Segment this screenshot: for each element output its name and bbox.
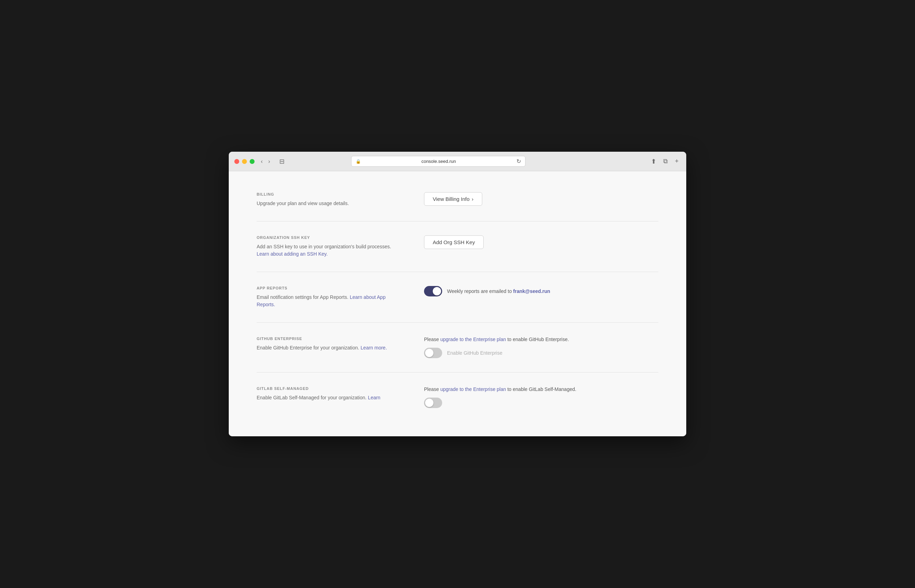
ssh-key-section-desc: Add an SSH key to use in your organizati… — [257, 243, 396, 258]
gitlab-self-managed-toggle[interactable] — [424, 397, 442, 408]
browser-actions: ⬆ ⧉ + — [649, 157, 681, 166]
toggle-thumb-off — [425, 349, 433, 357]
reload-button[interactable]: ↻ — [516, 158, 521, 165]
billing-section-desc: Upgrade your plan and view usage details… — [257, 200, 396, 207]
ssh-key-section-right: Add Org SSH Key — [396, 236, 658, 249]
gitlab-self-managed-section-right: Please upgrade to the Enterprise plan to… — [396, 386, 658, 408]
github-enterprise-right-col: Please upgrade to the Enterprise plan to… — [424, 336, 569, 358]
toggle-track — [424, 286, 442, 296]
sidebar-toggle-button[interactable]: ⊟ — [276, 157, 287, 166]
maximize-button[interactable] — [250, 159, 255, 164]
gitlab-self-managed-section-left: GITLAB SELF-MANAGED Enable GitLab Self-M… — [257, 386, 396, 401]
github-enterprise-upgrade-link[interactable]: upgrade to the Enterprise plan — [441, 336, 506, 342]
app-reports-email: frank@seed.run — [513, 288, 550, 294]
github-enterprise-upgrade-text: Please upgrade to the Enterprise plan to… — [424, 336, 569, 342]
traffic-lights — [234, 159, 255, 164]
github-enterprise-learn-link[interactable]: Learn more. — [361, 345, 387, 351]
gitlab-self-managed-section-desc: Enable GitLab Self-Managed for your orga… — [257, 394, 396, 401]
share-button[interactable]: ⬆ — [649, 157, 658, 166]
toggle-thumb — [433, 287, 441, 296]
ssh-key-section-title: ORGANIZATION SSH KEY — [257, 236, 396, 240]
lock-icon: 🔒 — [356, 159, 361, 164]
gitlab-self-managed-section: GITLAB SELF-MANAGED Enable GitLab Self-M… — [257, 373, 658, 415]
github-enterprise-section-desc: Enable GitHub Enterprise for your organi… — [257, 344, 396, 352]
back-button[interactable]: ‹ — [259, 158, 265, 165]
github-enterprise-section-right: Please upgrade to the Enterprise plan to… — [396, 336, 658, 358]
app-reports-toggle-label: Weekly reports are emailed to frank@seed… — [447, 288, 550, 294]
ssh-key-section: ORGANIZATION SSH KEY Add an SSH key to u… — [257, 221, 658, 272]
app-reports-section-title: APP REPORTS — [257, 286, 396, 290]
github-enterprise-section-title: GITHUB ENTERPRISE — [257, 336, 396, 341]
add-org-ssh-key-label: Add Org SSH Key — [433, 239, 475, 245]
github-enterprise-toggle[interactable] — [424, 348, 442, 358]
add-org-ssh-key-button[interactable]: Add Org SSH Key — [424, 236, 484, 249]
app-reports-toggle[interactable] — [424, 286, 442, 296]
app-reports-toggle-container: Weekly reports are emailed to frank@seed… — [424, 286, 550, 296]
toggle-track-off — [424, 348, 442, 358]
new-tab-button[interactable]: ⧉ — [661, 157, 670, 166]
gitlab-self-managed-learn-link[interactable]: Learn — [368, 395, 381, 401]
app-reports-section-right: Weekly reports are emailed to frank@seed… — [396, 286, 658, 296]
billing-section-title: BILLING — [257, 192, 396, 196]
gitlab-toggle-thumb-off — [425, 399, 433, 407]
browser-toolbar: ‹ › ⊟ 🔒 console.seed.run ↻ ⬆ ⧉ + — [229, 152, 686, 171]
gitlab-self-managed-right-col: Please upgrade to the Enterprise plan to… — [424, 386, 576, 408]
ssh-key-section-left: ORGANIZATION SSH KEY Add an SSH key to u… — [257, 236, 396, 258]
address-bar: 🔒 console.seed.run ↻ — [351, 156, 526, 167]
gitlab-self-managed-upgrade-link[interactable]: upgrade to the Enterprise plan — [441, 386, 506, 392]
page-content: BILLING Upgrade your plan and view usage… — [229, 171, 686, 436]
app-reports-section-left: APP REPORTS Email notification settings … — [257, 286, 396, 308]
add-button[interactable]: + — [673, 157, 681, 166]
ssh-key-learn-more-link[interactable]: Learn about adding an SSH Key. — [257, 251, 328, 257]
billing-section-left: BILLING Upgrade your plan and view usage… — [257, 192, 396, 207]
github-enterprise-toggle-container: Enable GitHub Enterprise — [424, 348, 502, 358]
close-button[interactable] — [234, 159, 239, 164]
forward-button[interactable]: › — [266, 158, 272, 165]
url-display[interactable]: console.seed.run — [364, 159, 514, 164]
github-enterprise-section: GITHUB ENTERPRISE Enable GitHub Enterpri… — [257, 323, 658, 373]
chevron-right-icon: › — [472, 196, 474, 202]
github-enterprise-toggle-label: Enable GitHub Enterprise — [447, 350, 502, 356]
app-reports-section-desc: Email notification settings for App Repo… — [257, 294, 396, 308]
github-enterprise-section-left: GITHUB ENTERPRISE Enable GitHub Enterpri… — [257, 336, 396, 352]
app-reports-section: APP REPORTS Email notification settings … — [257, 272, 658, 323]
minimize-button[interactable] — [242, 159, 247, 164]
gitlab-self-managed-toggle-container — [424, 397, 442, 408]
gitlab-self-managed-upgrade-text: Please upgrade to the Enterprise plan to… — [424, 386, 576, 392]
browser-window: ‹ › ⊟ 🔒 console.seed.run ↻ ⬆ ⧉ + BILLING… — [229, 152, 686, 436]
gitlab-toggle-track-off — [424, 397, 442, 408]
billing-section-right: View Billing Info › — [396, 192, 658, 206]
view-billing-info-label: View Billing Info — [433, 196, 470, 202]
gitlab-self-managed-section-title: GITLAB SELF-MANAGED — [257, 386, 396, 391]
billing-section: BILLING Upgrade your plan and view usage… — [257, 185, 658, 221]
nav-buttons: ‹ › — [259, 158, 272, 165]
view-billing-info-button[interactable]: View Billing Info › — [424, 192, 482, 206]
